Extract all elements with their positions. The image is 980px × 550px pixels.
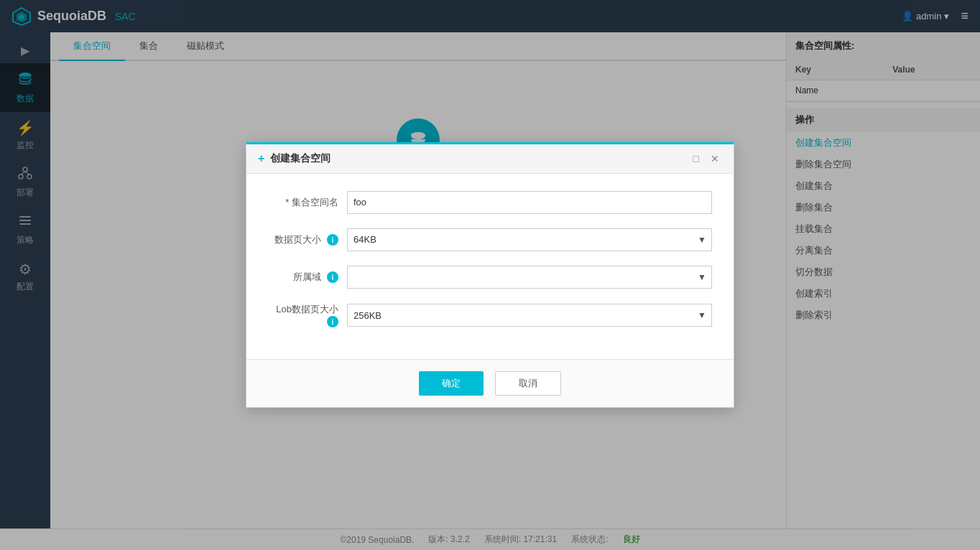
modal-close-button[interactable]: ✕	[708, 152, 722, 166]
domain-select[interactable]	[347, 266, 712, 289]
modal-footer: 确定 取消	[246, 359, 734, 407]
domain-label: 所属域 i	[268, 271, 347, 284]
page-size-select-wrapper: 4KB 8KB 16KB 32KB 64KB ▼	[347, 228, 712, 251]
lob-page-size-select-wrapper: 4KB 8KB 16KB 32KB 64KB 128KB 256KB 512KB…	[347, 304, 712, 327]
page-size-info-icon[interactable]: i	[327, 234, 338, 246]
page-size-label: 数据页大小 i	[268, 233, 347, 246]
confirm-button[interactable]: 确定	[419, 371, 484, 396]
modal-header: + 创建集合空间 □ ✕	[246, 144, 734, 174]
cs-name-row: * 集合空间名	[268, 191, 712, 214]
lob-page-size-row: Lob数据页大小 i 4KB 8KB 16KB 32KB 64KB 128KB …	[268, 303, 712, 328]
page-size-select[interactable]: 4KB 8KB 16KB 32KB 64KB	[347, 228, 712, 251]
modal-minimize-button[interactable]: □	[690, 152, 702, 166]
domain-row: 所属域 i ▼	[268, 266, 712, 289]
lob-page-size-select[interactable]: 4KB 8KB 16KB 32KB 64KB 128KB 256KB 512KB	[347, 304, 712, 327]
modal-header-right: □ ✕	[690, 152, 722, 166]
create-cs-modal: + 创建集合空间 □ ✕ * 集合空间名 数据页大小 i	[246, 142, 734, 409]
domain-select-wrapper: ▼	[347, 266, 712, 289]
modal-add-icon: +	[258, 152, 264, 165]
lob-info-icon[interactable]: i	[327, 316, 338, 327]
page-size-row: 数据页大小 i 4KB 8KB 16KB 32KB 64KB ▼	[268, 228, 712, 251]
modal-body: * 集合空间名 数据页大小 i 4KB 8KB 16KB 32KB 64KB	[246, 174, 734, 360]
cs-name-input[interactable]	[347, 191, 712, 214]
modal-overlay: + 创建集合空间 □ ✕ * 集合空间名 数据页大小 i	[0, 0, 980, 550]
modal-header-left: + 创建集合空间	[258, 152, 330, 165]
cancel-button[interactable]: 取消	[495, 371, 561, 396]
lob-page-size-label: Lob数据页大小 i	[268, 303, 347, 328]
domain-info-icon[interactable]: i	[327, 271, 338, 283]
modal-title: 创建集合空间	[270, 152, 330, 165]
cs-name-label: * 集合空间名	[268, 196, 347, 209]
